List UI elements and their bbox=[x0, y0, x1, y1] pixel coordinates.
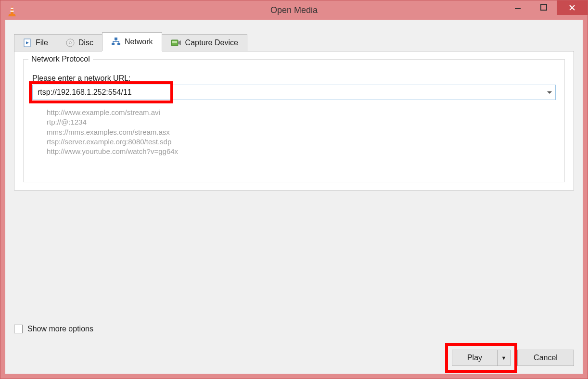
tab-capture-label: Capture Device bbox=[185, 38, 238, 47]
show-more-options-row[interactable]: Show more options bbox=[14, 325, 574, 333]
dialog-buttons: Play ▼ Cancel bbox=[14, 350, 574, 366]
titlebar: Open Media bbox=[0, 0, 588, 20]
example-line: mms://mms.examples.com/stream.asx bbox=[47, 127, 556, 137]
play-button-label: Play bbox=[467, 354, 482, 362]
caret-down-icon: ▼ bbox=[501, 355, 507, 361]
cancel-button-label: Cancel bbox=[534, 354, 558, 362]
show-more-options-label: Show more options bbox=[27, 325, 93, 333]
tab-file-label: File bbox=[36, 38, 48, 47]
maximize-button[interactable] bbox=[531, 0, 557, 14]
url-input[interactable] bbox=[33, 88, 544, 97]
vlc-cone-icon bbox=[7, 5, 17, 15]
tab-file[interactable]: File bbox=[14, 34, 57, 51]
cancel-button[interactable]: Cancel bbox=[517, 350, 574, 366]
tab-network-label: Network bbox=[125, 38, 153, 46]
svg-rect-2 bbox=[515, 8, 521, 9]
svg-rect-1 bbox=[11, 11, 14, 12]
combo-dropdown-button[interactable] bbox=[544, 89, 555, 96]
tab-network[interactable]: Network bbox=[102, 32, 162, 51]
tab-disc-label: Disc bbox=[78, 38, 93, 47]
svg-point-6 bbox=[69, 42, 71, 44]
file-icon bbox=[23, 38, 32, 47]
tabstrip: File Disc Network bbox=[5, 20, 583, 51]
window-controls bbox=[505, 0, 588, 15]
example-line: rtsp://server.example.org:8080/test.sdp bbox=[47, 137, 556, 147]
dialog-body: File Disc Network bbox=[5, 20, 583, 374]
svg-rect-9 bbox=[117, 43, 120, 45]
url-label: Please enter a network URL: bbox=[32, 74, 556, 83]
tab-disc[interactable]: Disc bbox=[57, 34, 102, 51]
svg-rect-11 bbox=[172, 41, 177, 43]
url-combobox[interactable] bbox=[32, 85, 556, 100]
show-more-options-checkbox[interactable] bbox=[14, 325, 23, 333]
disc-icon bbox=[66, 38, 75, 47]
open-media-window: Open Media File bbox=[0, 0, 588, 379]
group-legend: Network Protocol bbox=[28, 55, 93, 63]
example-line: http://www.yourtube.com/watch?v=gg64x bbox=[47, 147, 556, 156]
svg-rect-0 bbox=[11, 8, 13, 9]
network-icon bbox=[111, 38, 121, 46]
tab-capture[interactable]: Capture Device bbox=[162, 34, 247, 51]
svg-rect-7 bbox=[115, 38, 117, 40]
network-protocol-group: Network Protocol Please enter a network … bbox=[23, 59, 565, 182]
url-examples: http://www.example.com/stream.avi rtp://… bbox=[47, 108, 556, 156]
network-tab-page: Network Protocol Please enter a network … bbox=[14, 51, 574, 190]
play-button-dropdown[interactable]: ▼ bbox=[498, 355, 510, 361]
svg-rect-3 bbox=[541, 4, 547, 10]
dialog-bottom: Show more options Play ▼ Cancel bbox=[14, 325, 574, 366]
svg-rect-8 bbox=[112, 43, 115, 45]
window-title: Open Media bbox=[0, 5, 588, 15]
capture-device-icon bbox=[171, 38, 181, 47]
play-button[interactable]: Play ▼ bbox=[452, 350, 511, 366]
close-button[interactable] bbox=[557, 0, 588, 15]
minimize-button[interactable] bbox=[505, 0, 531, 14]
example-line: http://www.example.com/stream.avi bbox=[47, 108, 556, 117]
example-line: rtp://@:1234 bbox=[47, 117, 556, 127]
chevron-down-icon bbox=[547, 89, 552, 96]
